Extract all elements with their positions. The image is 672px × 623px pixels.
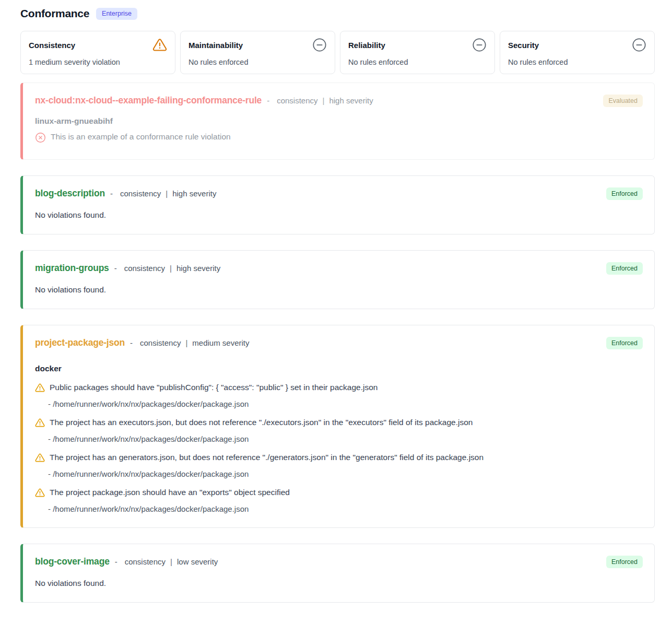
rule-result-text: No violations found. [35,285,642,295]
project-name: linux-arm-gnueabihf [35,116,642,126]
violation-message: The project has an generators.json, but … [50,452,484,463]
summary-card-title: Consistency [29,38,75,50]
minus-circle-icon [472,38,487,52]
rule-card-migration-groups: migration-groups - consistency | high se… [20,250,655,309]
rule-header: blog-description - consistency | high se… [35,188,642,199]
violation-message: This is an example of a conformance rule… [51,132,231,143]
rule-header: project-package-json - consistency | med… [35,337,642,348]
warning-triangle-icon [152,38,167,52]
rule-card-example-failing-conformance-rule: nx-cloud:nx-cloud--example-failing-confo… [20,83,655,160]
warning-triangle-icon [35,452,45,465]
violation-path: - /home/runner/work/nx/nx/packages/docke… [48,399,642,408]
evaluated-badge: Evaluated [603,95,643,107]
rule-result-text: No violations found. [35,579,642,588]
summary-card-top: Reliability [348,38,487,52]
enforced-badge: Enforced [606,337,643,349]
rule-category: consistency [124,264,165,273]
violation-row: The project package.json should have an … [35,487,642,500]
enforced-badge: Enforced [606,262,643,275]
rule-header: blog-cover-image - consistency | low sev… [35,556,642,567]
enterprise-plan-badge: Enterprise [96,8,137,20]
page-header: Conformance Enterprise [20,7,655,20]
rule-name-link[interactable]: nx-cloud:nx-cloud--example-failing-confo… [35,95,262,106]
rule-result-text: No violations found. [35,210,642,220]
rule-card-project-package-json: project-package-json - consistency | med… [20,325,655,528]
summary-card-maintainability: Maintainability No rules enforced [180,31,335,74]
rule-category: consistency [120,189,161,198]
meta-separator: | [166,189,168,198]
meta-dash: - [130,338,133,347]
summary-card-title: Maintainability [188,38,243,50]
violation-item: The project has an generators.json, but … [35,452,642,478]
meta-separator: | [170,264,172,273]
rule-name-link[interactable]: project-package-json [35,337,125,348]
rule-severity: high severity [329,96,373,105]
violation-path: - /home/runner/work/nx/nx/packages/docke… [48,504,642,513]
summary-card-top: Security [508,38,646,52]
meta-dash: - [115,557,117,566]
summary-cards-row: Consistency 1 medium severity violation … [20,31,655,74]
summary-card-status: No rules enforced [188,58,327,66]
minus-circle-icon [632,38,646,52]
summary-card-top: Maintainability [188,38,327,52]
violation-message: The project package.json should have an … [50,487,290,498]
violation-message: Public packages should have "publishConf… [50,382,378,393]
conformance-page: Conformance Enterprise Consistency 1 med… [0,0,672,623]
violation-path: - /home/runner/work/nx/nx/packages/docke… [48,469,642,478]
rule-severity: low severity [177,557,218,566]
summary-card-security: Security No rules enforced [500,31,655,74]
rule-severity: high severity [176,264,220,273]
summary-card-top: Consistency [29,38,167,52]
violation-message: The project has an executors.json, but d… [50,417,473,428]
rule-card-blog-description: blog-description - consistency | high se… [20,175,655,234]
enforced-badge: Enforced [606,556,643,568]
rule-header: migration-groups - consistency | high se… [35,263,642,274]
rule-card-blog-cover-image: blog-cover-image - consistency | low sev… [20,544,655,603]
minus-circle-icon [312,38,327,52]
violation-item: The project has an executors.json, but d… [35,417,642,443]
rule-category: consistency [140,338,181,347]
warning-triangle-icon [35,382,45,395]
meta-separator: | [185,338,187,347]
violation-path: - /home/runner/work/nx/nx/packages/docke… [48,434,642,443]
summary-card-title: Reliability [348,38,385,50]
summary-card-status: 1 medium severity violation [29,58,167,66]
warning-triangle-icon [35,487,45,500]
summary-card-status: No rules enforced [508,58,646,66]
summary-card-consistency: Consistency 1 medium severity violation [20,31,175,74]
rule-category: consistency [277,96,317,105]
x-circle-icon [35,132,46,145]
rule-name-link[interactable]: migration-groups [35,263,109,274]
violation-row: The project has an generators.json, but … [35,452,642,465]
rule-severity: medium severity [192,338,249,347]
rule-category: consistency [125,557,166,566]
summary-card-status: No rules enforced [348,58,487,66]
meta-dash: - [110,189,113,198]
summary-card-title: Security [508,38,539,50]
summary-card-reliability: Reliability No rules enforced [340,31,495,74]
violation-row: This is an example of a conformance rule… [35,132,642,145]
rule-name-link[interactable]: blog-cover-image [35,556,110,567]
rule-severity: high severity [172,189,216,198]
meta-dash: - [267,96,269,105]
warning-triangle-icon [35,417,45,430]
rule-header: nx-cloud:nx-cloud--example-failing-confo… [35,95,642,106]
violation-item: The project package.json should have an … [35,487,642,513]
meta-separator: | [323,96,325,105]
violation-row: Public packages should have "publishConf… [35,382,642,395]
project-name: docker [35,364,642,373]
page-title: Conformance [20,7,89,20]
rule-name-link[interactable]: blog-description [35,188,105,199]
meta-separator: | [170,557,172,566]
enforced-badge: Enforced [606,187,643,200]
violation-item: Public packages should have "publishConf… [35,382,642,408]
violation-row: The project has an executors.json, but d… [35,417,642,430]
meta-dash: - [114,264,117,273]
